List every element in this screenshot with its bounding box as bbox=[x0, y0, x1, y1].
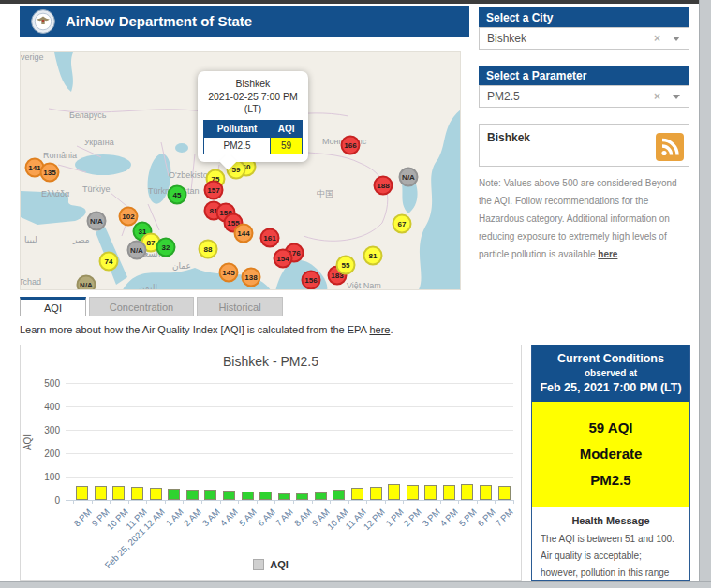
x-axis-tick bbox=[293, 500, 294, 504]
map-place-label: Tchad bbox=[20, 277, 41, 287]
city-clear-icon[interactable]: × bbox=[654, 32, 660, 45]
aqi-bar[interactable] bbox=[112, 486, 125, 501]
page-title: AirNow Department of State bbox=[66, 13, 252, 29]
aqi-bar[interactable] bbox=[242, 492, 254, 500]
aqi-bar[interactable] bbox=[351, 488, 363, 500]
city-dropdown-arrow-icon[interactable] bbox=[673, 37, 680, 41]
aqi-marker[interactable]: 154 bbox=[274, 249, 293, 269]
aqi-marker[interactable]: 74 bbox=[99, 252, 119, 272]
aqi-bar[interactable] bbox=[296, 493, 308, 500]
tab-historical[interactable]: Historical bbox=[197, 297, 283, 316]
beyond-aqi-note: Note: Values above 500 are considered Be… bbox=[479, 174, 692, 263]
aqi-bar[interactable] bbox=[150, 488, 162, 501]
x-axis-tick bbox=[403, 500, 404, 504]
popup-col-aqi: AQI bbox=[271, 120, 303, 137]
aqi-marker[interactable]: 157 bbox=[204, 181, 224, 200]
current-conditions-panel: Current Conditions observed at Feb 25, 2… bbox=[531, 345, 690, 581]
x-axis-label: 1 PM bbox=[383, 507, 405, 528]
aqi-marker[interactable]: N/A bbox=[399, 168, 419, 187]
cc-health-message: Health Message The AQI is between 51 and… bbox=[532, 507, 689, 588]
x-axis-label: 7 AM bbox=[274, 507, 295, 528]
x-axis-label: 8 AM bbox=[291, 507, 313, 528]
aqi-marker[interactable]: 166 bbox=[341, 136, 361, 155]
aqi-bar[interactable] bbox=[131, 487, 143, 501]
x-axis-tick bbox=[165, 500, 166, 504]
aqi-marker[interactable]: 156 bbox=[302, 271, 321, 290]
window-bottom-edge[interactable] bbox=[0, 581, 711, 588]
epa-info-line: Learn more about how the Air Quality Ind… bbox=[20, 324, 393, 335]
x-axis-tick bbox=[348, 500, 349, 504]
x-axis-tick bbox=[312, 500, 313, 504]
x-axis-label: 2 PM bbox=[402, 507, 423, 528]
parameter-select[interactable]: PM2.5 × bbox=[479, 85, 689, 108]
aqi-bar[interactable] bbox=[424, 485, 437, 500]
x-axis-label: 5 PM bbox=[456, 507, 478, 528]
x-axis-tick bbox=[422, 500, 422, 504]
aqi-bar[interactable] bbox=[315, 492, 327, 500]
current-conditions-header: Current Conditions observed at Feb 25, 2… bbox=[532, 345, 689, 402]
x-axis-tick bbox=[513, 500, 514, 504]
popup-pollutant: PM2.5 bbox=[204, 137, 271, 154]
popup-aqi-value: 59 bbox=[271, 137, 303, 154]
aqi-marker[interactable]: 144 bbox=[234, 224, 254, 243]
parameter-clear-icon[interactable]: × bbox=[654, 90, 660, 103]
y-axis-title: AQI bbox=[22, 434, 33, 450]
aqi-bar[interactable] bbox=[204, 490, 216, 501]
aqi-marker[interactable]: 88 bbox=[199, 240, 218, 259]
map-place-label: Ελλάδα bbox=[41, 189, 69, 198]
x-axis-label: 2 AM bbox=[182, 507, 203, 528]
window-right-edge[interactable] bbox=[699, 0, 711, 588]
aqi-marker[interactable]: 161 bbox=[260, 228, 280, 248]
aqi-bar[interactable] bbox=[168, 489, 180, 500]
aqi-bar[interactable] bbox=[370, 487, 382, 500]
aqi-marker[interactable]: N/A bbox=[127, 241, 147, 260]
aqi-marker[interactable]: 138 bbox=[242, 268, 261, 287]
rss-icon[interactable] bbox=[656, 133, 684, 161]
city-select[interactable]: Bishkek × bbox=[479, 27, 689, 50]
aqi-marker[interactable]: 188 bbox=[374, 176, 393, 196]
x-axis-tick bbox=[366, 500, 367, 504]
aqi-bar[interactable] bbox=[480, 485, 492, 500]
aqi-bar[interactable] bbox=[223, 491, 235, 500]
x-axis-tick bbox=[73, 500, 74, 504]
aqi-marker[interactable]: 67 bbox=[393, 214, 412, 234]
aqi-bar[interactable] bbox=[388, 484, 400, 500]
aqi-marker[interactable]: 45 bbox=[168, 185, 187, 205]
city-feed-box: Bishkek bbox=[479, 124, 689, 167]
aqi-marker[interactable]: N/A bbox=[77, 275, 96, 291]
x-axis-tick bbox=[220, 500, 221, 504]
aqi-bar[interactable] bbox=[278, 493, 290, 501]
aqi-marker[interactable]: 55 bbox=[336, 256, 356, 275]
aqi-marker[interactable]: 32 bbox=[156, 238, 176, 257]
popup-timezone: (LT) bbox=[203, 103, 303, 116]
page: AirNow Department of State bbox=[0, 0, 711, 588]
aqi-bar[interactable] bbox=[186, 490, 199, 500]
note-suffix: . bbox=[617, 249, 620, 259]
legend-swatch bbox=[253, 559, 264, 570]
note-here-link[interactable]: here bbox=[598, 249, 617, 259]
chart-title: Bishkek - PM2.5 bbox=[21, 354, 521, 369]
chart-legend[interactable]: AQI bbox=[21, 559, 521, 570]
tab-aqi[interactable]: AQI bbox=[20, 297, 86, 316]
x-axis-tick bbox=[257, 500, 258, 504]
air-quality-map[interactable]: SverigeБеларусьУкраїнаRomâniaΕλλάδαTürki… bbox=[20, 51, 461, 290]
x-axis-tick bbox=[128, 500, 129, 504]
aqi-marker[interactable]: 145 bbox=[219, 263, 239, 283]
aqi-bar[interactable] bbox=[407, 485, 419, 500]
aqi-marker[interactable]: 81 bbox=[363, 246, 383, 266]
aqi-bar[interactable] bbox=[333, 490, 345, 500]
aqi-marker[interactable]: 135 bbox=[40, 163, 60, 183]
aqi-bar[interactable] bbox=[461, 484, 473, 501]
tab-concentration[interactable]: Concentration bbox=[89, 297, 194, 316]
parameter-dropdown-arrow-icon[interactable] bbox=[673, 95, 680, 99]
gridline bbox=[66, 477, 513, 478]
aqi-bar[interactable] bbox=[259, 492, 272, 500]
epa-here-link[interactable]: here bbox=[369, 324, 390, 335]
aqi-marker[interactable]: N/A bbox=[87, 212, 107, 231]
x-axis-label: 1 AM bbox=[163, 507, 185, 528]
map-place-label: ليبيا bbox=[24, 235, 37, 244]
aqi-bar[interactable] bbox=[443, 485, 455, 501]
aqi-bar[interactable] bbox=[498, 486, 511, 500]
aqi-bar[interactable] bbox=[95, 486, 107, 501]
aqi-bar[interactable] bbox=[76, 486, 88, 500]
